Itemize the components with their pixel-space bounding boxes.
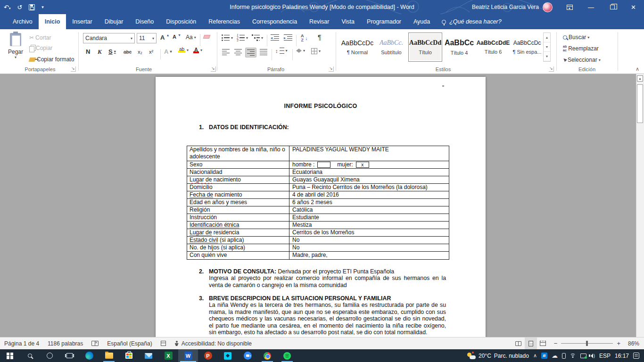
style-normal[interactable]: AaBbCcDc¶ Normal <box>340 33 374 62</box>
weather-widget[interactable]: 20°C Parc. nublado <box>467 353 529 359</box>
decrease-indent-button[interactable] <box>271 34 279 41</box>
font-name-combo[interactable]: Candara▾ <box>83 33 135 43</box>
font-color-button[interactable]: A▾ <box>193 47 202 53</box>
mujer-checkbox[interactable]: x <box>356 162 369 168</box>
grow-font-button[interactable]: A▲ <box>160 34 169 41</box>
increase-indent-button[interactable] <box>284 34 292 41</box>
collapse-ribbon-icon[interactable]: ∧ <box>636 66 639 72</box>
clipboard-dialog-launcher[interactable]: ↘ <box>71 66 76 72</box>
language-indicator[interactable]: Español (España) <box>103 337 156 349</box>
bullets-button[interactable]: ▾ <box>222 34 233 41</box>
close-button[interactable]: ✕ <box>623 0 644 14</box>
vertical-scrollbar[interactable]: ▲ <box>636 74 644 337</box>
shrink-font-button[interactable]: A▼ <box>173 34 181 40</box>
user-name[interactable]: Beatriz Leticia Garcia Vera <box>472 4 539 10</box>
style-titulo-6[interactable]: AaBbCcDdETítulo 6 <box>476 33 510 62</box>
highlight-button[interactable]: ab▾ <box>178 47 189 53</box>
style-titulo-4[interactable]: AaBbCcTítulo 4 <box>442 33 476 62</box>
copy-button[interactable]: Copiar <box>29 45 52 51</box>
volume-icon[interactable]: ) <box>591 354 595 358</box>
hombre-checkbox[interactable] <box>317 162 330 168</box>
minimize-button[interactable]: — <box>580 0 602 14</box>
bold-button[interactable]: N <box>86 48 90 55</box>
ribbon-display-options-button[interactable] <box>559 0 580 14</box>
tell-me-box[interactable]: ¿Qué desea hacer? <box>436 14 507 29</box>
network-status-icon[interactable] <box>580 354 586 358</box>
anydesk-button[interactable] <box>218 349 238 362</box>
justify-button[interactable] <box>258 48 269 57</box>
powerpoint-button[interactable]: P <box>198 349 218 362</box>
styles-dialog-launcher[interactable]: ↘ <box>549 66 554 72</box>
keyboard-language[interactable]: ESP <box>599 353 611 359</box>
onedrive-cloud-icon[interactable]: ☁ <box>552 352 558 359</box>
align-center-button[interactable] <box>233 48 243 57</box>
tab-dibujar[interactable]: Dibujar <box>99 14 130 29</box>
excel-button[interactable]: X <box>158 349 178 362</box>
font-dialog-launcher[interactable]: ↘ <box>211 66 216 72</box>
tab-insertar[interactable]: Insertar <box>66 14 98 29</box>
show-hidden-icons[interactable]: ∧ <box>533 353 537 359</box>
restore-button[interactable] <box>602 0 623 14</box>
save-icon[interactable] <box>29 4 35 10</box>
tab-vista[interactable]: Vista <box>335 14 361 29</box>
microsoft-store-button[interactable] <box>119 349 139 362</box>
styles-scroll-up-icon[interactable]: ▲ <box>544 33 550 42</box>
start-button[interactable] <box>0 349 20 362</box>
scrollbar-thumb[interactable] <box>637 84 643 123</box>
tab-archivo[interactable]: Archivo <box>7 14 39 29</box>
edge-button[interactable] <box>79 349 99 362</box>
chrome-button[interactable] <box>257 349 277 362</box>
macro-recording-button[interactable] <box>157 337 170 349</box>
underline-button[interactable]: S▾ <box>108 48 116 55</box>
strikethrough-button[interactable]: abc <box>124 49 132 55</box>
accessibility-checker[interactable]: Accesibilidad: No disponible <box>170 337 256 349</box>
style-subtitulo[interactable]: AaBbCc.Subtítulo <box>374 33 408 62</box>
page-indicator[interactable]: Página 1 de 4 <box>0 337 43 349</box>
font-size-combo[interactable]: 11▾ <box>137 33 157 43</box>
tab-correspondencia[interactable]: Correspondencia <box>246 14 303 29</box>
read-mode-button[interactable] <box>512 337 525 349</box>
identification-table[interactable]: Apellidos y nombres de la niña, niño o a… <box>187 146 449 260</box>
borders-button[interactable]: ▾ <box>311 48 321 54</box>
zoom-app-button[interactable] <box>238 349 257 362</box>
styles-scroll-down-icon[interactable]: ▼ <box>544 42 550 52</box>
show-paragraph-marks-button[interactable]: ¶ <box>318 33 322 41</box>
zoom-percentage[interactable]: 86% <box>624 340 639 347</box>
your-phone-icon[interactable] <box>562 353 566 359</box>
superscript-button[interactable]: x² <box>149 49 153 55</box>
text-effects-button[interactable]: A▾ <box>164 48 172 55</box>
word-button[interactable]: W <box>178 349 198 362</box>
tab-programador[interactable]: Programador <box>361 14 407 29</box>
mail-button[interactable] <box>139 349 158 362</box>
paragraph-dialog-launcher[interactable]: ↘ <box>329 66 334 72</box>
redo-icon[interactable]: ↺ <box>17 4 22 11</box>
tab-referencias[interactable]: Referencias <box>202 14 246 29</box>
proofing-errors-button[interactable] <box>87 337 103 349</box>
zoom-slider-thumb[interactable] <box>586 341 588 346</box>
taskbar-search-button[interactable] <box>20 349 40 362</box>
replace-button[interactable]: abacReemplazar <box>563 45 599 52</box>
scrollbar-up-icon[interactable]: ▲ <box>637 75 643 82</box>
bluetooth-icon[interactable]: B <box>541 353 547 359</box>
zoom-slider[interactable] <box>561 343 613 344</box>
tab-revisar[interactable]: Revisar <box>303 14 335 29</box>
cortana-button[interactable] <box>40 349 59 362</box>
cut-button[interactable]: ✂Cortar <box>29 34 51 41</box>
italic-button[interactable]: K <box>98 48 102 56</box>
find-button[interactable]: Buscar▾ <box>563 34 589 41</box>
undo-icon[interactable]: ↶▾ <box>4 4 10 11</box>
web-layout-button[interactable] <box>537 337 549 349</box>
style-sin-espaciado[interactable]: AaBbCcDc¶ Sin espa... <box>510 33 544 62</box>
shading-button[interactable]: ▾ <box>296 49 305 53</box>
line-spacing-button[interactable]: ↕▾ <box>275 48 288 54</box>
tab-disposicion[interactable]: Disposición <box>160 14 202 29</box>
styles-gallery-expand-icon[interactable]: ▼ <box>544 52 550 61</box>
multilevel-list-button[interactable]: ▾ <box>252 34 263 41</box>
change-case-button[interactable]: Aa▾ <box>186 34 196 41</box>
select-button[interactable]: ▶Seleccionar▾ <box>563 57 601 63</box>
customize-quick-access-icon[interactable]: ▾ <box>41 5 44 9</box>
clock[interactable]: 16:17 <box>615 353 629 359</box>
align-left-button[interactable] <box>221 48 231 57</box>
tab-inicio[interactable]: Inicio <box>39 14 66 29</box>
word-count[interactable]: 1186 palabras <box>43 337 87 349</box>
